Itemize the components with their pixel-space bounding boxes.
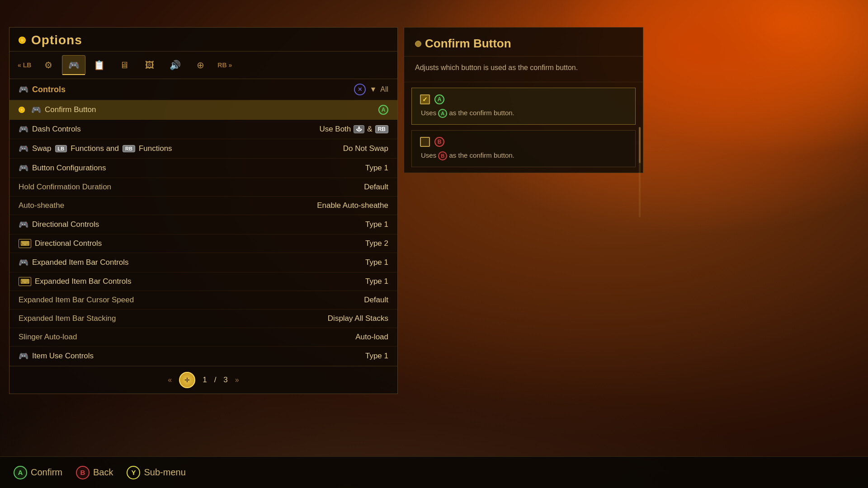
setting-row-slinger[interactable]: Slinger Auto-load Auto-load bbox=[9, 328, 397, 347]
scrollbar[interactable] bbox=[639, 127, 641, 217]
selected-dot bbox=[19, 107, 25, 113]
page-separator: / bbox=[214, 375, 217, 385]
gamepad-icon-exp1: 🎮 bbox=[19, 258, 28, 267]
options-header: Options bbox=[9, 28, 397, 52]
setting-row-confirm-button[interactable]: 🎮 Confirm Button A bbox=[9, 100, 397, 120]
cursor-speed-value-text: Default bbox=[364, 296, 388, 305]
exp-1-value: Type 1 bbox=[365, 258, 388, 267]
dpad-button[interactable]: ✛ bbox=[179, 372, 195, 388]
tab-bar: « LB ⚙ 🎮 📋 🖥 🖼 🔊 ⊕ RB » bbox=[9, 52, 397, 79]
setting-row-button-config[interactable]: 🎮 Button Configurations Type 1 bbox=[9, 159, 397, 178]
bottom-submenu-btn[interactable]: Y Sub-menu bbox=[127, 466, 185, 479]
dash-value-text: Use Both bbox=[319, 125, 351, 134]
page-left-nav[interactable]: « bbox=[168, 376, 172, 384]
tab-item-5[interactable]: 🖼 bbox=[138, 55, 161, 75]
setting-row-swap[interactable]: 🎮 Swap LB Functions and RB Functions Do … bbox=[9, 139, 397, 159]
filter-icon: ▼ bbox=[369, 85, 377, 94]
settings-list: 🎮 Confirm Button A 🎮 Dash Controls Use B… bbox=[9, 100, 397, 366]
setting-name-hold-confirm: Hold Confirmation Duration bbox=[19, 183, 111, 192]
bottom-y-badge: Y bbox=[127, 466, 140, 479]
detail-panel-desc: Adjusts which button is used as the conf… bbox=[404, 56, 643, 82]
tab-item-7[interactable]: ⊕ bbox=[189, 55, 212, 75]
display-icon: 🖥 bbox=[120, 60, 129, 70]
b-badge-detail: B bbox=[434, 137, 444, 147]
bottom-confirm-btn[interactable]: A Confirm bbox=[14, 466, 62, 479]
setting-row-hold-confirm[interactable]: Hold Confirmation Duration Default bbox=[9, 178, 397, 197]
setting-row-cursor-speed[interactable]: Expanded Item Bar Cursor Speed Default bbox=[9, 291, 397, 310]
setting-row-expanded-1[interactable]: 🎮 Expanded Item Bar Controls Type 1 bbox=[9, 253, 397, 272]
checkbox-b bbox=[420, 137, 430, 147]
exp-2-value: Type 1 bbox=[365, 277, 388, 286]
options-panel: Options « LB ⚙ 🎮 📋 🖥 🖼 🔊 ⊕ RB » 🎮 C bbox=[9, 27, 398, 394]
setting-row-dash-controls[interactable]: 🎮 Dash Controls Use Both 🕹 & RB bbox=[9, 120, 397, 139]
hold-confirm-value: Default bbox=[364, 183, 388, 192]
gamepad-tab-icon: 🎮 bbox=[68, 60, 80, 70]
setting-name-exp-1: 🎮 Expanded Item Bar Controls bbox=[19, 258, 129, 267]
dir-1-value-text: Type 1 bbox=[365, 220, 388, 229]
swap-label-1: Swap bbox=[32, 144, 52, 153]
setting-name-dir-1: 🎮 Directional Controls bbox=[19, 220, 99, 230]
kbd-icon-dir2: ⌨ bbox=[19, 239, 31, 248]
setting-name-exp-2: ⌨ Expanded Item Bar Controls bbox=[19, 277, 132, 286]
detail-panel-dot bbox=[415, 41, 421, 47]
tab-right-nav[interactable]: RB » bbox=[214, 61, 236, 70]
check-icon-a: ✓ bbox=[422, 96, 428, 103]
bottom-a-badge: A bbox=[14, 466, 27, 479]
controls-header: 🎮 Controls ✕ ▼ All bbox=[9, 79, 397, 100]
exp-1-value-text: Type 1 bbox=[365, 258, 388, 267]
setting-row-auto-sheathe[interactable]: Auto-sheathe Enable Auto-sheathe bbox=[9, 197, 397, 215]
filter-x-button[interactable]: ✕ bbox=[354, 84, 366, 95]
auto-sheathe-label: Auto-sheathe bbox=[19, 201, 64, 210]
dash-controls-value: Use Both 🕹 & RB bbox=[319, 125, 388, 134]
setting-name-slinger: Slinger Auto-load bbox=[19, 333, 77, 342]
swap-value: Do Not Swap bbox=[343, 144, 388, 153]
bottom-back-btn[interactable]: B Back bbox=[76, 466, 113, 479]
dash-controls-label: Dash Controls bbox=[32, 125, 81, 134]
exp-1-label: Expanded Item Bar Controls bbox=[32, 258, 129, 267]
auto-sheathe-value-text: Enable Auto-sheathe bbox=[317, 201, 388, 210]
setting-row-directional-1[interactable]: 🎮 Directional Controls Type 1 bbox=[9, 215, 397, 235]
clipboard-icon: 📋 bbox=[94, 60, 105, 70]
gamepad-icon-btnconfig: 🎮 bbox=[19, 163, 28, 173]
option-card-b[interactable]: B Uses B as the confirm button. bbox=[411, 130, 636, 167]
setting-name-confirm: 🎮 Confirm Button bbox=[19, 105, 96, 115]
setting-row-stacking[interactable]: Expanded Item Bar Stacking Display All S… bbox=[9, 310, 397, 328]
btn-config-value-text: Type 1 bbox=[365, 164, 388, 173]
item-use-value-text: Type 1 bbox=[365, 352, 388, 361]
cursor-speed-value: Default bbox=[364, 296, 388, 305]
a-badge-detail: A bbox=[434, 94, 444, 104]
setting-row-item-use[interactable]: 🎮 Item Use Controls Type 1 bbox=[9, 347, 397, 366]
setting-name-item-use: 🎮 Item Use Controls bbox=[19, 351, 94, 361]
bottom-confirm-label: Confirm bbox=[31, 467, 62, 478]
setting-row-directional-2[interactable]: ⌨ Directional Controls Type 2 bbox=[9, 235, 397, 253]
page-current: 1 bbox=[203, 375, 207, 385]
tab-item-1[interactable]: ⚙ bbox=[37, 55, 60, 75]
tab-item-4[interactable]: 🖥 bbox=[113, 55, 136, 75]
tab-item-3[interactable]: 📋 bbox=[87, 55, 111, 75]
setting-name-swap: 🎮 Swap LB Functions and RB Functions bbox=[19, 144, 172, 154]
filter-text: All bbox=[380, 85, 388, 94]
checkbox-a: ✓ bbox=[420, 94, 430, 104]
option-card-b-header: B bbox=[420, 137, 627, 147]
image-icon: 🖼 bbox=[145, 60, 154, 70]
page-right-nav[interactable]: » bbox=[235, 376, 239, 384]
bottom-bar: A Confirm B Back Y Sub-menu bbox=[0, 456, 868, 488]
setting-row-expanded-2[interactable]: ⌨ Expanded Item Bar Controls Type 1 bbox=[9, 272, 397, 291]
slinger-value-text: Auto-load bbox=[355, 333, 388, 342]
option-card-a[interactable]: ✓ A Uses A as the confirm button. bbox=[411, 88, 636, 125]
controls-label: 🎮 Controls bbox=[19, 84, 66, 94]
setting-name-auto-sheathe: Auto-sheathe bbox=[19, 201, 64, 210]
btn-config-value: Type 1 bbox=[365, 164, 388, 173]
tab-left-nav[interactable]: « LB bbox=[14, 61, 35, 70]
analog-badge: 🕹 bbox=[354, 125, 364, 133]
option-card-a-desc: Uses A as the confirm button. bbox=[420, 108, 627, 118]
controls-gamepad-icon: 🎮 bbox=[19, 84, 28, 94]
dir-1-value: Type 1 bbox=[365, 220, 388, 229]
confirm-button-label: Confirm Button bbox=[45, 105, 96, 114]
tab-item-6[interactable]: 🔊 bbox=[163, 55, 187, 75]
slinger-value: Auto-load bbox=[355, 333, 388, 342]
tab-item-2[interactable]: 🎮 bbox=[62, 55, 85, 75]
bottom-b-badge: B bbox=[76, 466, 90, 479]
item-use-value: Type 1 bbox=[365, 352, 388, 361]
gamepad-icon-confirm: 🎮 bbox=[31, 105, 41, 115]
